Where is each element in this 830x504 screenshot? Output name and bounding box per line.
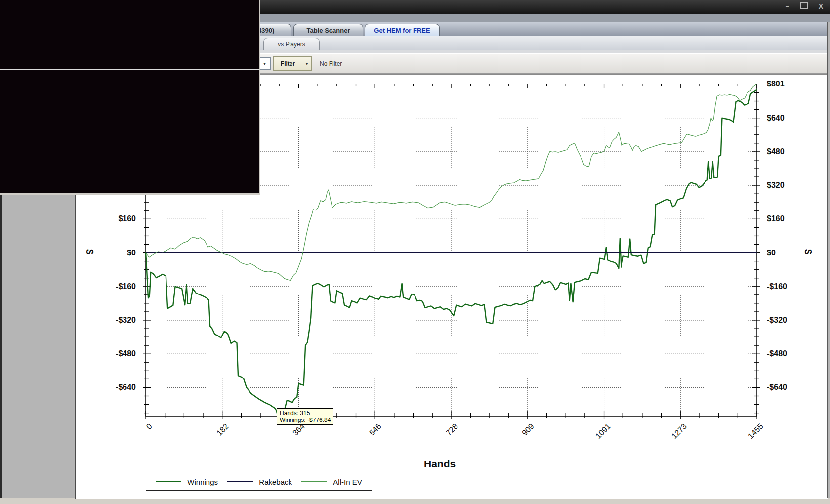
screen: – X 34390) Table Scanner Get HEM for FRE… — [0, 0, 830, 504]
y-axis-label-left: -$480 — [91, 349, 136, 358]
filter-dropdown-arrow-icon[interactable]: ▾ — [302, 57, 311, 70]
y-axis-title-left: $ — [84, 249, 95, 254]
datapoint-tooltip: Hands: 315 Winnings: -$776.84 — [277, 408, 333, 425]
y-axis-label-left: -$640 — [91, 383, 136, 392]
chevron-down-icon: ▾ — [263, 61, 266, 66]
overlay-window[interactable] — [0, 0, 260, 195]
y-axis-label-left: -$320 — [91, 316, 136, 325]
subtab-vs-players[interactable]: vs Players — [263, 38, 320, 50]
y-axis-label-right: $160 — [767, 214, 811, 223]
y-axis-label-right: $480 — [767, 147, 811, 156]
y-axis-label-right: $640 — [767, 114, 811, 123]
maximize-restore-icon[interactable] — [800, 2, 808, 11]
y-axis-title-right: $ — [802, 249, 814, 254]
window-controls: – X — [786, 2, 823, 11]
allin-ev-line-sample — [301, 481, 327, 482]
chart-legend: Winnings Rakeback All-In EV — [146, 473, 372, 491]
y-axis-label-right: $801 — [767, 80, 811, 88]
filter-button[interactable]: Filter ▾ — [273, 56, 312, 71]
y-axis-label-right: -$480 — [767, 349, 811, 358]
filter-button-label: Filter — [274, 60, 302, 67]
tab-table-scanner-label: Table Scanner — [307, 27, 350, 34]
window-right-border — [827, 22, 830, 498]
legend-rakeback-label: Rakeback — [259, 478, 292, 486]
tab-get-hem-free-label: Get HEM for FREE — [374, 27, 430, 34]
rakeback-line-sample — [227, 481, 253, 482]
restore-box-glyph — [800, 2, 808, 9]
legend-item-winnings[interactable]: Winnings — [156, 478, 218, 486]
y-axis-label-right: -$160 — [767, 282, 811, 291]
overlay-divider-line — [0, 69, 259, 70]
minimize-icon[interactable]: – — [786, 2, 789, 11]
legend-item-allin-ev[interactable]: All-In EV — [301, 478, 362, 486]
winnings-line-sample — [156, 481, 181, 482]
y-axis-label-right: -$320 — [767, 316, 811, 325]
close-icon[interactable]: X — [819, 2, 823, 11]
y-axis-label-left: $160 — [91, 214, 136, 223]
legend-allin-ev-label: All-In EV — [333, 478, 362, 486]
legend-winnings-label: Winnings — [187, 478, 218, 486]
y-axis-label-right: $320 — [767, 181, 811, 190]
x-axis-title: Hands — [424, 458, 456, 470]
y-axis-label-left: -$160 — [91, 282, 136, 291]
tab-table-scanner[interactable]: Table Scanner — [293, 24, 363, 36]
tooltip-winnings-line: Winnings: -$776.84 — [280, 417, 331, 423]
legend-item-rakeback[interactable]: Rakeback — [227, 478, 292, 486]
y-axis-label-right: -$640 — [767, 383, 811, 392]
y-axis-label-left: $0 — [91, 249, 136, 257]
subtab-vs-players-label: vs Players — [278, 41, 305, 48]
tooltip-hands-line: Hands: 315 — [280, 410, 331, 417]
tab-get-hem-free[interactable]: Get HEM for FREE — [365, 24, 440, 36]
filter-status-text: No Filter — [320, 54, 342, 73]
